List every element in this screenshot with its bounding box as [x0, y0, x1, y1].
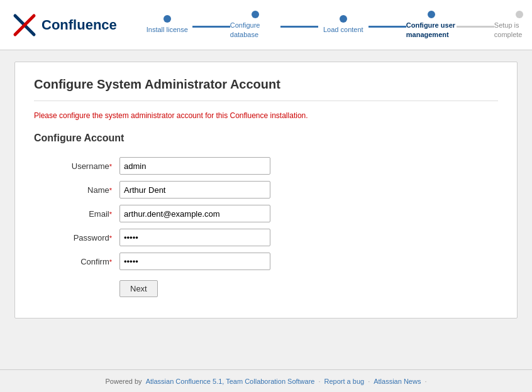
- card: Configure System Administrator Account P…: [14, 62, 518, 318]
- name-label-cell: Name*: [34, 178, 116, 202]
- email-input[interactable]: [119, 205, 270, 222]
- username-required: *: [109, 163, 112, 170]
- email-required: *: [109, 210, 112, 218]
- section-title: Configure Account: [34, 133, 498, 144]
- card-title: Configure System Administrator Account: [34, 77, 498, 92]
- password-row: Password*: [34, 226, 498, 249]
- footer-report-bug-link[interactable]: Report a bug: [324, 378, 365, 385]
- confirm-label: Confirm: [80, 257, 109, 266]
- footer-atlassian-news-link[interactable]: Atlassian News: [374, 378, 421, 385]
- connector-4: [457, 26, 494, 28]
- password-label-cell: Password*: [34, 226, 116, 249]
- progress-steps: Install license Configure database Load …: [142, 11, 532, 39]
- step-load-content: Load content: [318, 15, 369, 34]
- confirm-required: *: [109, 258, 112, 266]
- email-label: Email: [89, 209, 109, 219]
- username-label: Username: [72, 161, 109, 171]
- footer-dot-1: ·: [318, 378, 320, 385]
- main-content: Configure System Administrator Account P…: [0, 50, 532, 369]
- logo-area: Confluence: [13, 13, 117, 37]
- email-input-cell: [116, 202, 498, 226]
- logo-text: Confluence: [42, 17, 117, 33]
- header: Confluence Install license Configure dat…: [0, 0, 532, 50]
- step-dot-2: [252, 11, 259, 18]
- step-label-3: Load content: [323, 25, 363, 34]
- email-row: Email*: [34, 202, 498, 226]
- name-row: Name*: [34, 178, 498, 202]
- password-input-cell: [116, 226, 498, 249]
- step-install-license: Install license: [142, 15, 192, 34]
- next-button[interactable]: Next: [119, 280, 158, 297]
- username-row: Username*: [34, 154, 498, 178]
- form-table: Username* Name*: [34, 154, 498, 300]
- step-label-4: Configure user management: [406, 21, 457, 39]
- name-input-cell: [116, 178, 498, 202]
- step-dot-5: [516, 11, 523, 18]
- username-input[interactable]: [119, 157, 270, 175]
- password-label: Password: [74, 233, 109, 242]
- connector-3: [369, 26, 406, 28]
- step-dot-3: [340, 15, 347, 23]
- next-button-cell: Next: [116, 273, 498, 300]
- connector-2: [280, 26, 318, 28]
- step-label-2: Configure database: [230, 21, 280, 39]
- step-configure-user-management: Configure user management: [406, 11, 457, 39]
- step-configure-database: Configure database: [230, 11, 280, 39]
- footer: Powered by Atlassian Confluence 5.1, Tea…: [0, 369, 532, 392]
- next-label-spacer: [34, 273, 116, 300]
- password-input[interactable]: [119, 229, 270, 246]
- connector-1: [192, 26, 230, 28]
- username-label-cell: Username*: [34, 154, 116, 178]
- confluence-logo-icon: [13, 13, 36, 37]
- notice-text: Please configure the system administrato…: [34, 111, 498, 120]
- step-label-1: Install license: [147, 25, 188, 34]
- name-input[interactable]: [119, 181, 270, 199]
- step-setup-complete: Setup is complete: [494, 11, 532, 39]
- step-dot-1: [163, 15, 171, 23]
- next-button-row: Next: [34, 273, 498, 300]
- footer-dot-2: ·: [368, 378, 370, 385]
- footer-powered-by: Powered by: [106, 378, 142, 385]
- password-required: *: [109, 234, 112, 242]
- footer-dot-3: ·: [424, 378, 426, 385]
- confirm-row: Confirm*: [34, 249, 498, 273]
- name-required: *: [109, 187, 112, 194]
- name-label: Name: [87, 185, 109, 195]
- card-divider: [34, 101, 498, 101]
- confirm-input-cell: [116, 249, 498, 273]
- confirm-label-cell: Confirm*: [34, 249, 116, 273]
- step-label-5: Setup is complete: [494, 21, 532, 39]
- confirm-input[interactable]: [119, 253, 270, 270]
- email-label-cell: Email*: [34, 202, 116, 226]
- username-input-cell: [116, 154, 498, 178]
- footer-product-link[interactable]: Atlassian Confluence 5.1, Team Collabora…: [146, 378, 315, 385]
- step-dot-4: [428, 11, 435, 18]
